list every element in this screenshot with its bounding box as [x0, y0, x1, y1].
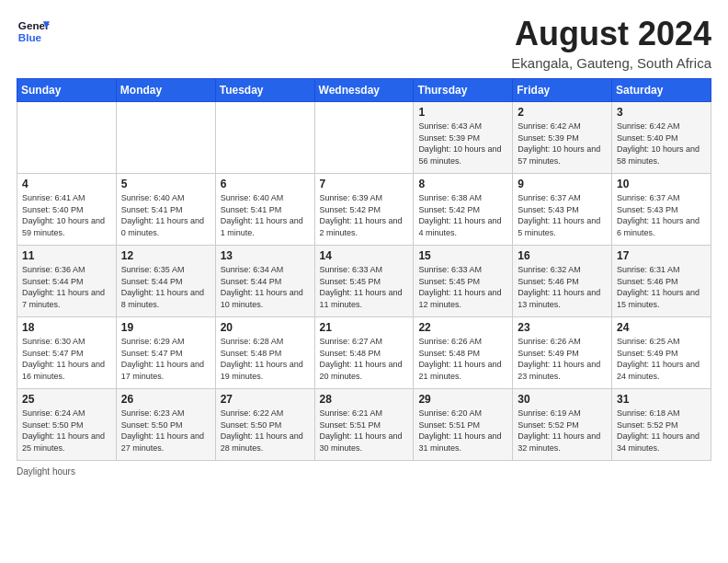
day-number: 24 — [617, 321, 706, 334]
day-cell: 28Sunrise: 6:21 AM Sunset: 5:51 PM Dayli… — [314, 389, 414, 461]
day-number: 25 — [22, 393, 111, 406]
day-cell: 13Sunrise: 6:34 AM Sunset: 5:44 PM Dayli… — [215, 246, 314, 317]
day-info: Sunrise: 6:37 AM Sunset: 5:43 PM Dayligh… — [617, 192, 706, 238]
week-row-5: 25Sunrise: 6:24 AM Sunset: 5:50 PM Dayli… — [17, 389, 711, 461]
day-number: 8 — [418, 178, 507, 190]
day-cell: 1Sunrise: 6:43 AM Sunset: 5:39 PM Daylig… — [414, 102, 513, 174]
day-cell: 20Sunrise: 6:28 AM Sunset: 5:48 PM Dayli… — [215, 317, 314, 389]
day-info: Sunrise: 6:43 AM Sunset: 5:39 PM Dayligh… — [418, 121, 507, 167]
logo: General Blue — [17, 15, 50, 48]
day-cell: 10Sunrise: 6:37 AM Sunset: 5:43 PM Dayli… — [612, 174, 711, 246]
day-info: Sunrise: 6:35 AM Sunset: 5:44 PM Dayligh… — [121, 264, 210, 310]
day-number: 10 — [617, 178, 706, 190]
day-info: Sunrise: 6:24 AM Sunset: 5:50 PM Dayligh… — [22, 408, 111, 454]
day-cell: 18Sunrise: 6:30 AM Sunset: 5:47 PM Dayli… — [17, 317, 117, 389]
day-info: Sunrise: 6:28 AM Sunset: 5:48 PM Dayligh… — [221, 336, 310, 382]
day-cell: 2Sunrise: 6:42 AM Sunset: 5:39 PM Daylig… — [513, 102, 612, 174]
day-number: 11 — [22, 249, 111, 262]
daylight-label: Daylight hours — [17, 466, 75, 477]
day-cell: 12Sunrise: 6:35 AM Sunset: 5:44 PM Dayli… — [116, 246, 215, 317]
day-number: 29 — [418, 393, 507, 406]
day-cell: 26Sunrise: 6:23 AM Sunset: 5:50 PM Dayli… — [116, 389, 215, 461]
page: General Blue August 2024 Ekangala, Gaute… — [0, 0, 728, 563]
week-row-1: 1Sunrise: 6:43 AM Sunset: 5:39 PM Daylig… — [17, 102, 711, 174]
day-info: Sunrise: 6:32 AM Sunset: 5:46 PM Dayligh… — [518, 264, 607, 310]
day-number: 1 — [418, 106, 507, 119]
day-number: 16 — [518, 249, 607, 262]
day-cell — [116, 102, 215, 174]
title-block: August 2024 Ekangala, Gauteng, South Afr… — [511, 15, 711, 71]
day-number: 28 — [320, 393, 409, 406]
day-number: 31 — [617, 393, 706, 406]
day-number: 15 — [418, 249, 507, 262]
col-header-sunday: Sunday — [17, 79, 117, 102]
day-number: 4 — [22, 178, 111, 190]
day-info: Sunrise: 6:23 AM Sunset: 5:50 PM Dayligh… — [121, 408, 210, 454]
day-info: Sunrise: 6:42 AM Sunset: 5:39 PM Dayligh… — [518, 121, 607, 167]
svg-text:General: General — [18, 19, 50, 31]
day-cell: 21Sunrise: 6:27 AM Sunset: 5:48 PM Dayli… — [314, 317, 414, 389]
day-info: Sunrise: 6:41 AM Sunset: 5:40 PM Dayligh… — [22, 192, 111, 238]
day-number: 21 — [320, 321, 409, 334]
day-info: Sunrise: 6:42 AM Sunset: 5:40 PM Dayligh… — [617, 121, 706, 167]
day-cell: 30Sunrise: 6:19 AM Sunset: 5:52 PM Dayli… — [513, 389, 612, 461]
svg-text:Blue: Blue — [18, 31, 42, 43]
day-cell: 29Sunrise: 6:20 AM Sunset: 5:51 PM Dayli… — [414, 389, 513, 461]
day-number: 3 — [617, 106, 706, 119]
day-info: Sunrise: 6:33 AM Sunset: 5:45 PM Dayligh… — [418, 264, 507, 310]
day-info: Sunrise: 6:40 AM Sunset: 5:41 PM Dayligh… — [121, 192, 210, 238]
day-info: Sunrise: 6:18 AM Sunset: 5:52 PM Dayligh… — [617, 408, 706, 454]
day-cell — [17, 102, 117, 174]
day-cell — [314, 102, 414, 174]
day-cell: 4Sunrise: 6:41 AM Sunset: 5:40 PM Daylig… — [17, 174, 117, 246]
day-info: Sunrise: 6:26 AM Sunset: 5:49 PM Dayligh… — [518, 336, 607, 382]
day-number: 17 — [617, 249, 706, 262]
day-info: Sunrise: 6:26 AM Sunset: 5:48 PM Dayligh… — [418, 336, 507, 382]
day-cell: 24Sunrise: 6:25 AM Sunset: 5:49 PM Dayli… — [612, 317, 711, 389]
col-header-monday: Monday — [116, 79, 215, 102]
day-cell: 3Sunrise: 6:42 AM Sunset: 5:40 PM Daylig… — [612, 102, 711, 174]
day-info: Sunrise: 6:40 AM Sunset: 5:41 PM Dayligh… — [221, 192, 310, 238]
day-cell: 17Sunrise: 6:31 AM Sunset: 5:46 PM Dayli… — [612, 246, 711, 317]
calendar-header: SundayMondayTuesdayWednesdayThursdayFrid… — [17, 79, 711, 102]
col-header-wednesday: Wednesday — [314, 79, 414, 102]
day-cell: 19Sunrise: 6:29 AM Sunset: 5:47 PM Dayli… — [116, 317, 215, 389]
day-number: 7 — [320, 178, 409, 190]
header-row: SundayMondayTuesdayWednesdayThursdayFrid… — [17, 79, 711, 102]
calendar-body: 1Sunrise: 6:43 AM Sunset: 5:39 PM Daylig… — [17, 102, 711, 461]
day-info: Sunrise: 6:19 AM Sunset: 5:52 PM Dayligh… — [518, 408, 607, 454]
calendar-table: SundayMondayTuesdayWednesdayThursdayFrid… — [17, 78, 711, 461]
day-info: Sunrise: 6:34 AM Sunset: 5:44 PM Dayligh… — [221, 264, 310, 310]
day-info: Sunrise: 6:37 AM Sunset: 5:43 PM Dayligh… — [518, 192, 607, 238]
day-number: 5 — [121, 178, 210, 190]
day-cell: 6Sunrise: 6:40 AM Sunset: 5:41 PM Daylig… — [215, 174, 314, 246]
day-cell: 14Sunrise: 6:33 AM Sunset: 5:45 PM Dayli… — [314, 246, 414, 317]
day-number: 19 — [121, 321, 210, 334]
day-cell: 9Sunrise: 6:37 AM Sunset: 5:43 PM Daylig… — [513, 174, 612, 246]
footer: Daylight hours — [17, 466, 711, 477]
day-number: 27 — [221, 393, 310, 406]
day-cell: 8Sunrise: 6:38 AM Sunset: 5:42 PM Daylig… — [414, 174, 513, 246]
week-row-4: 18Sunrise: 6:30 AM Sunset: 5:47 PM Dayli… — [17, 317, 711, 389]
day-cell: 22Sunrise: 6:26 AM Sunset: 5:48 PM Dayli… — [414, 317, 513, 389]
subtitle: Ekangala, Gauteng, South Africa — [511, 55, 711, 71]
day-cell: 16Sunrise: 6:32 AM Sunset: 5:46 PM Dayli… — [513, 246, 612, 317]
col-header-tuesday: Tuesday — [215, 79, 314, 102]
day-cell: 23Sunrise: 6:26 AM Sunset: 5:49 PM Dayli… — [513, 317, 612, 389]
day-info: Sunrise: 6:36 AM Sunset: 5:44 PM Dayligh… — [22, 264, 111, 310]
day-cell: 25Sunrise: 6:24 AM Sunset: 5:50 PM Dayli… — [17, 389, 117, 461]
main-title: August 2024 — [511, 15, 711, 53]
week-row-3: 11Sunrise: 6:36 AM Sunset: 5:44 PM Dayli… — [17, 246, 711, 317]
header: General Blue August 2024 Ekangala, Gaute… — [17, 15, 711, 71]
day-cell: 11Sunrise: 6:36 AM Sunset: 5:44 PM Dayli… — [17, 246, 117, 317]
day-number: 2 — [518, 106, 607, 119]
day-number: 14 — [320, 249, 409, 262]
day-number: 9 — [518, 178, 607, 190]
col-header-friday: Friday — [513, 79, 612, 102]
day-cell: 27Sunrise: 6:22 AM Sunset: 5:50 PM Dayli… — [215, 389, 314, 461]
day-cell: 7Sunrise: 6:39 AM Sunset: 5:42 PM Daylig… — [314, 174, 414, 246]
day-info: Sunrise: 6:39 AM Sunset: 5:42 PM Dayligh… — [320, 192, 409, 238]
day-cell: 5Sunrise: 6:40 AM Sunset: 5:41 PM Daylig… — [116, 174, 215, 246]
day-info: Sunrise: 6:27 AM Sunset: 5:48 PM Dayligh… — [320, 336, 409, 382]
day-info: Sunrise: 6:31 AM Sunset: 5:46 PM Dayligh… — [617, 264, 706, 310]
